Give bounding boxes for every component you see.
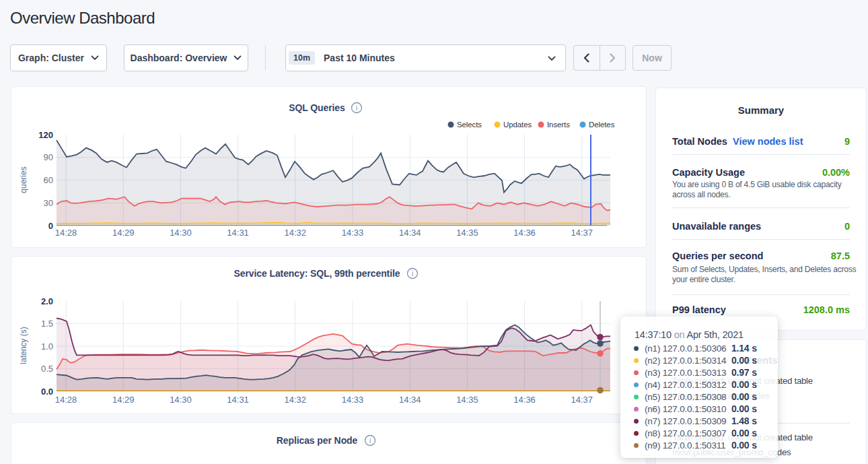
svg-text:Service Latency: SQL, 99th per: Service Latency: SQL, 99th percentile — [234, 268, 400, 279]
svg-text:Inserts: Inserts — [547, 121, 570, 129]
svg-text:14:37: 14:37 — [571, 228, 593, 238]
svg-text:14:35: 14:35 — [456, 395, 478, 405]
svg-text:0.0: 0.0 — [41, 387, 53, 397]
svg-text:i: i — [369, 437, 371, 444]
svg-text:70: 70 — [55, 462, 64, 464]
svg-text:14:31: 14:31 — [227, 395, 249, 405]
svg-text:14:28: 14:28 — [55, 395, 77, 405]
svg-text:14:34: 14:34 — [399, 395, 421, 405]
svg-text:14:36: 14:36 — [513, 395, 536, 405]
svg-text:1.0: 1.0 — [41, 341, 53, 352]
svg-text:120: 120 — [38, 130, 53, 140]
svg-text:14:28: 14:28 — [55, 228, 77, 238]
svg-text:14:31: 14:31 — [227, 228, 249, 238]
svg-text:14:32: 14:32 — [285, 395, 307, 405]
svg-text:14:36: 14:36 — [513, 228, 536, 238]
svg-text:queries: queries — [19, 166, 28, 193]
svg-text:Replicas per Node: Replicas per Node — [277, 435, 358, 446]
svg-text:0: 0 — [48, 221, 53, 231]
svg-text:14:37: 14:37 — [571, 395, 593, 405]
svg-text:30: 30 — [44, 198, 53, 208]
svg-text:Deletes: Deletes — [589, 121, 615, 129]
svg-text:14:30: 14:30 — [170, 228, 192, 238]
svg-text:1.5: 1.5 — [41, 319, 53, 329]
svg-text:14:35: 14:35 — [456, 228, 478, 238]
svg-text:SQL Queries: SQL Queries — [289, 102, 345, 113]
svg-text:Selects: Selects — [457, 121, 482, 129]
svg-text:i: i — [412, 270, 413, 277]
svg-text:latency (s): latency (s) — [19, 327, 28, 364]
svg-text:Updates: Updates — [503, 121, 532, 129]
svg-text:2.0: 2.0 — [41, 296, 53, 306]
svg-text:14:29: 14:29 — [112, 228, 135, 238]
svg-text:14:29: 14:29 — [112, 395, 135, 405]
svg-text:14:30: 14:30 — [170, 395, 192, 405]
svg-text:90: 90 — [44, 152, 53, 162]
svg-text:i: i — [356, 104, 357, 112]
svg-text:0.5: 0.5 — [41, 364, 53, 374]
svg-text:14:32: 14:32 — [285, 228, 307, 238]
svg-text:14:34: 14:34 — [399, 228, 421, 238]
svg-text:60: 60 — [44, 175, 53, 185]
svg-text:14:33: 14:33 — [342, 228, 364, 238]
svg-text:14:33: 14:33 — [342, 395, 364, 405]
